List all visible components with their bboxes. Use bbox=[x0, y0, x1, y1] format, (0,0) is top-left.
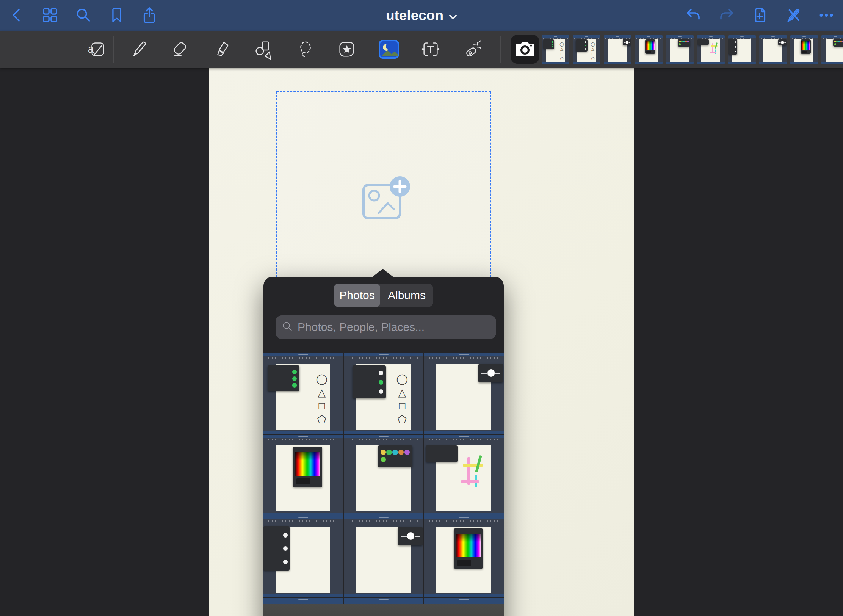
toolbar: a ◯△□⬠◯ bbox=[0, 31, 843, 68]
text-tool-icon bbox=[420, 39, 441, 61]
page-thumbnail[interactable]: ◯△□⬠ bbox=[542, 35, 569, 64]
photo-thumbnail[interactable] bbox=[424, 598, 504, 604]
tab-albums[interactable]: Albums bbox=[380, 284, 433, 307]
tool-pen[interactable] bbox=[128, 39, 149, 60]
add-page-button[interactable] bbox=[749, 5, 771, 27]
chevron-down-icon bbox=[449, 8, 457, 24]
highlighter-icon bbox=[212, 39, 233, 61]
photo-thumbnail[interactable]: ◯△□⬠ bbox=[344, 353, 423, 434]
photo-thumbnail[interactable] bbox=[344, 516, 423, 597]
page-thumbnail[interactable]: ◯△□⬠ bbox=[573, 35, 600, 64]
tool-eraser[interactable] bbox=[169, 39, 191, 60]
page-thumbnail[interactable] bbox=[728, 35, 756, 64]
undo-icon bbox=[684, 6, 702, 25]
popover-arrow bbox=[372, 269, 393, 277]
photo-grid: ◯△□⬠◯△□⬠ bbox=[263, 353, 504, 604]
shapes-icon bbox=[253, 39, 273, 61]
laser-pointer-icon bbox=[463, 39, 483, 61]
navbar: utelecon bbox=[0, 0, 843, 31]
tab-photos[interactable]: Photos bbox=[334, 284, 380, 307]
toolbar-divider bbox=[113, 36, 114, 63]
page-thumbnail[interactable] bbox=[635, 35, 663, 64]
eraser-icon bbox=[170, 39, 190, 61]
tool-insert-image[interactable] bbox=[378, 39, 400, 60]
pen-icon bbox=[128, 39, 149, 61]
add-page-icon bbox=[751, 6, 768, 25]
tool-shapes[interactable] bbox=[252, 39, 274, 60]
camera-icon bbox=[515, 41, 535, 58]
more-button[interactable] bbox=[815, 5, 837, 27]
app-window: utelecon a bbox=[0, 0, 843, 616]
stop-editing-button[interactable] bbox=[782, 5, 804, 27]
photo-thumbnail[interactable] bbox=[424, 435, 504, 516]
tool-text[interactable] bbox=[420, 39, 441, 60]
photo-thumbnail[interactable] bbox=[263, 516, 343, 597]
photo-thumbnail[interactable] bbox=[344, 435, 423, 516]
ellipsis-icon bbox=[818, 6, 835, 25]
undo-button[interactable] bbox=[682, 5, 704, 27]
insert-from-button[interactable]: Insert from... bbox=[263, 604, 504, 616]
tool-laser-pointer[interactable] bbox=[462, 39, 484, 60]
photo-thumbnail[interactable] bbox=[424, 353, 504, 434]
camera-button[interactable] bbox=[511, 35, 539, 64]
page-thumbnail[interactable] bbox=[821, 35, 843, 64]
photo-thumbnail[interactable]: ◯△□⬠ bbox=[263, 353, 343, 434]
search-input[interactable] bbox=[297, 320, 490, 334]
tool-elements[interactable] bbox=[336, 39, 357, 60]
page-thumbnail[interactable] bbox=[759, 35, 787, 64]
elements-star-icon bbox=[337, 39, 357, 61]
page-thumbnail-strip: ◯△□⬠◯△□⬠ bbox=[542, 35, 843, 64]
photo-picker-popover: Photos Albums ◯△□⬠◯△□⬠ Insert from... bbox=[263, 277, 504, 616]
pencil-slash-icon bbox=[784, 6, 802, 25]
page-thumbnail[interactable] bbox=[666, 35, 694, 64]
page-thumbnail[interactable] bbox=[790, 35, 818, 64]
photo-thumbnail[interactable] bbox=[424, 516, 504, 597]
tool-lasso[interactable] bbox=[295, 39, 316, 60]
tool-highlighter[interactable] bbox=[212, 39, 233, 60]
photo-search-field[interactable] bbox=[276, 315, 496, 339]
tool-zoom-window[interactable]: a bbox=[86, 39, 107, 60]
photo-thumbnail[interactable] bbox=[344, 598, 423, 604]
svg-text:a: a bbox=[88, 42, 94, 55]
page-thumbnail[interactable] bbox=[697, 35, 725, 64]
search-icon bbox=[282, 321, 293, 334]
page-thumbnail[interactable] bbox=[604, 35, 631, 64]
canvas-area: Photos Albums ◯△□⬠◯△□⬠ Insert from... bbox=[0, 68, 843, 616]
toolbar-divider bbox=[500, 36, 501, 63]
photo-thumbnail[interactable] bbox=[263, 435, 343, 516]
photo-thumbnail[interactable] bbox=[263, 598, 343, 604]
add-image-placeholder[interactable] bbox=[358, 171, 419, 221]
image-placeholder-icon bbox=[358, 214, 419, 220]
document-title: utelecon bbox=[386, 8, 443, 24]
zoom-window-icon: a bbox=[86, 39, 107, 61]
image-tool-icon bbox=[378, 39, 400, 61]
photos-albums-segmented-control: Photos Albums bbox=[334, 284, 433, 307]
redo-icon bbox=[718, 6, 736, 25]
redo-button[interactable] bbox=[716, 5, 738, 27]
lasso-icon bbox=[295, 39, 316, 61]
